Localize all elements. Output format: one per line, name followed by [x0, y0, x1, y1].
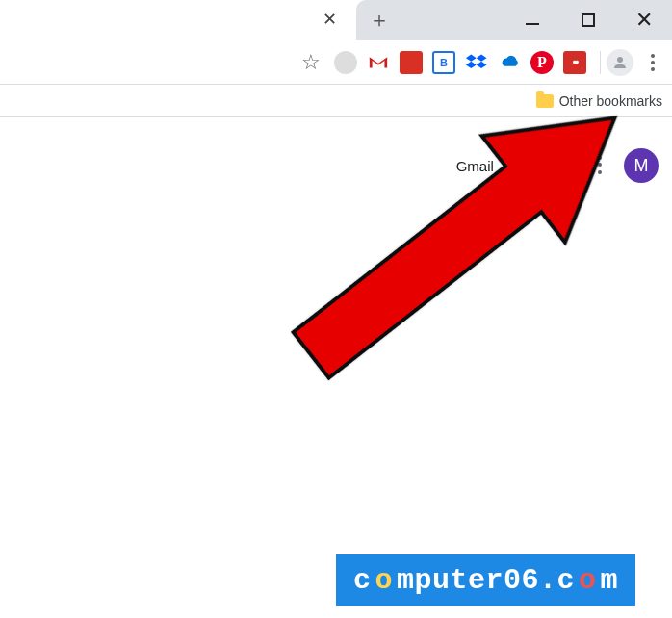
window-controls: ✕	[518, 6, 672, 35]
new-tab-button[interactable]: ＋	[366, 7, 393, 34]
chrome-menu-icon[interactable]	[639, 49, 666, 76]
google-apps-icon[interactable]	[583, 156, 603, 175]
watermark-text-3: m	[600, 564, 618, 597]
restore-button[interactable]	[574, 6, 603, 35]
watermark-o1: o	[375, 564, 393, 597]
profile-button[interactable]	[607, 49, 633, 76]
browser-toolbar: ☆ B P •••	[0, 40, 672, 85]
extension-dropbox-icon[interactable]	[465, 51, 488, 74]
page-content: Gmail Images M	[0, 117, 672, 618]
google-header-links: Gmail Images M	[456, 148, 659, 183]
other-bookmarks-folder[interactable]: Other bookmarks	[536, 93, 662, 109]
other-bookmarks-label: Other bookmarks	[559, 93, 662, 109]
watermark: computer06.com	[336, 554, 635, 606]
profile-icon	[611, 54, 629, 71]
extension-gmail-icon[interactable]	[367, 51, 390, 74]
active-tab[interactable]: ✕	[0, 0, 356, 40]
folder-icon	[536, 94, 554, 108]
avatar-initial: M	[634, 156, 649, 176]
close-tab-icon[interactable]: ✕	[320, 10, 339, 29]
extension-pinterest-icon[interactable]: P	[530, 51, 554, 74]
minimize-button[interactable]	[518, 6, 547, 35]
gmail-link[interactable]: Gmail	[456, 158, 494, 174]
extension-generic-icon[interactable]	[334, 51, 357, 74]
toolbar-separator	[600, 51, 601, 74]
tab-strip: ＋ ✕	[356, 0, 672, 40]
watermark-text-1: c	[353, 564, 372, 597]
bookmarks-bar: Other bookmarks	[0, 85, 672, 117]
extension-blue-outline-icon[interactable]: B	[432, 51, 455, 74]
extension-onedrive-icon[interactable]	[498, 51, 521, 74]
account-avatar[interactable]: M	[624, 148, 659, 183]
images-link[interactable]: Images	[515, 158, 562, 174]
watermark-o2: o	[579, 564, 597, 597]
close-window-button[interactable]: ✕	[630, 6, 659, 35]
extensions-area: B P •••	[326, 51, 594, 74]
extension-red-icon[interactable]	[400, 51, 423, 74]
bookmark-star-icon[interactable]: ☆	[296, 50, 326, 75]
watermark-text-2: mputer06.c	[397, 564, 575, 597]
svg-point-0	[617, 57, 623, 63]
titlebar: ✕ ＋ ✕	[0, 0, 672, 40]
extension-lastpass-icon[interactable]: •••	[563, 51, 586, 74]
